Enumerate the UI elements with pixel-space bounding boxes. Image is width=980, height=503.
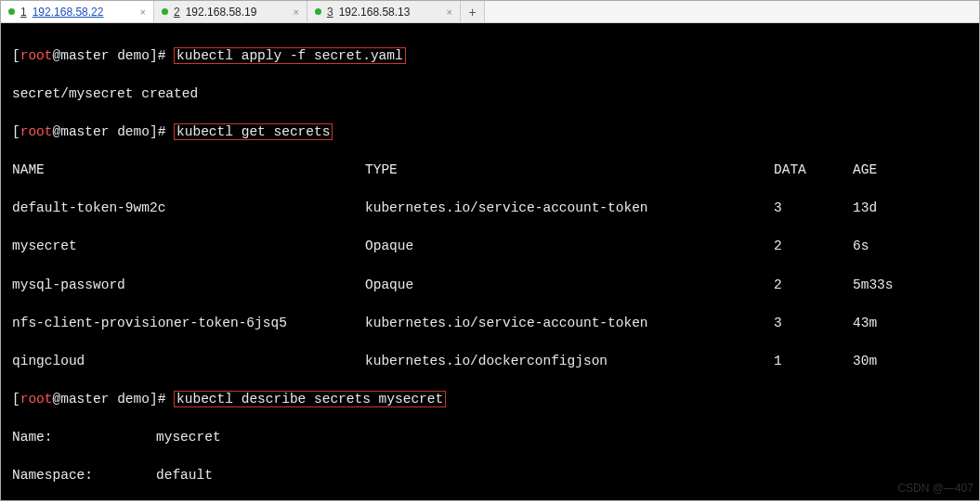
terminal-window: 1 192.168.58.22 × 2 192.168.58.19 × 3 19… [0,0,980,501]
prompt-close: ] [150,48,158,63]
close-icon[interactable]: × [447,6,452,18]
describe-name: Name:mysecret [12,428,973,447]
tab-label: 192.168.58.22 [33,6,104,19]
cmd-apply: kubectl apply -f secret.yaml [174,47,406,64]
cmd-get: kubectl get secrets [174,123,333,140]
describe-namespace: Namespace:default [12,466,973,485]
table-header: NAMETYPEDATAAGE [12,161,973,180]
table-row: qingcloudkubernetes.io/dockerconfigjson1… [12,352,973,371]
watermark-text: CSDN @—407 [897,481,973,497]
prompt-open: [ [12,48,20,63]
table-row: mysql-passwordOpaque25m33s [12,276,973,295]
tab-1[interactable]: 1 192.168.58.22 × [1,1,154,22]
prompt-dir: demo [117,48,150,63]
plus-icon: + [468,5,476,19]
add-tab-button[interactable]: + [461,1,485,22]
cmd-describe: kubectl describe secrets mysecret [174,391,446,407]
close-icon[interactable]: × [140,6,146,18]
tab-label: 192.168.58.19 [186,6,257,19]
prompt-host: master [60,48,109,63]
table-row: mysecretOpaque26s [12,237,973,256]
tab-label: 192.168.58.13 [339,6,411,19]
status-dot-icon [162,8,168,15]
prompt-hash: # [158,48,166,63]
output-apply: secret/mysecret created [12,84,973,104]
status-dot-icon [8,8,15,15]
prompt-at: @ [53,48,61,63]
table-row: default-token-9wm2ckubernetes.io/service… [12,199,973,218]
status-dot-icon [315,8,321,15]
close-icon[interactable]: × [294,6,299,18]
tab-num: 2 [174,6,180,19]
tab-num: 1 [20,6,27,19]
terminal-body[interactable]: [root@master demo]# kubectl apply -f sec… [1,23,979,500]
tab-2[interactable]: 2 192.168.58.19 × [154,1,307,22]
tab-num: 3 [327,6,333,19]
tab-bar: 1 192.168.58.22 × 2 192.168.58.19 × 3 19… [1,1,979,23]
table-row: nfs-client-provisioner-token-6jsq5kubern… [12,314,973,333]
prompt-user: root [20,48,53,63]
tab-3[interactable]: 3 192.168.58.13 × [307,1,461,22]
